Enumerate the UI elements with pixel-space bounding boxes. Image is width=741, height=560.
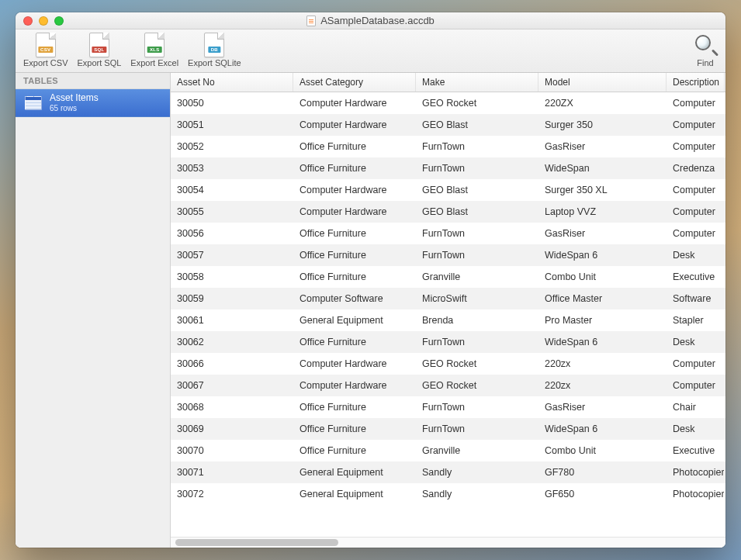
xls-file-icon: XLS — [144, 33, 164, 57]
column-header[interactable]: Model — [538, 73, 667, 92]
table-row[interactable]: 30070Office FurnitureGranvilleCombo Unit… — [171, 440, 725, 461]
table-row[interactable]: 30062Office FurnitureFurnTownWideSpan 6D… — [171, 331, 725, 353]
table-row[interactable]: 30068Office FurnitureFurnTownGasRiserCha… — [171, 396, 725, 418]
export-csv-button[interactable]: CSV Export CSV — [20, 30, 71, 69]
table-cell: WideSpan — [538, 157, 667, 179]
table-row[interactable]: 30058Office FurnitureGranvilleCombo Unit… — [171, 266, 725, 288]
toolbar: CSV Export CSV SQL Export SQL XLS Export… — [16, 29, 725, 73]
table-cell: 30066 — [171, 353, 293, 375]
sql-file-icon: SQL — [89, 33, 109, 57]
table-row[interactable]: 30050Computer HardwareGEO Rocket220ZXCom… — [171, 92, 725, 114]
table-cell: Desk — [667, 244, 725, 266]
table-row[interactable]: 30055Computer HardwareGEO BlastLaptop VV… — [171, 201, 725, 223]
table-cell: GF780 — [538, 461, 667, 483]
column-header[interactable]: Make — [416, 73, 538, 92]
table-cell: 30051 — [171, 114, 293, 136]
export-sql-button[interactable]: SQL Export SQL — [74, 30, 124, 69]
table-body[interactable]: 30050Computer HardwareGEO Rocket220ZXCom… — [171, 92, 725, 537]
table-cell: Computer Software — [293, 288, 416, 309]
table-cell: WideSpan 6 — [538, 418, 667, 440]
table-cell: GEO Rocket — [416, 353, 538, 375]
table-cell: Granville — [416, 266, 538, 288]
table-cell: MicroSwift — [416, 288, 538, 309]
table-cell: 30053 — [171, 157, 293, 179]
table-row[interactable]: 30071General EquipmentSandlyGF780Photoco… — [171, 461, 725, 483]
table-cell: 30056 — [171, 223, 293, 244]
table-cell: GF650 — [538, 483, 667, 505]
table-cell: 30057 — [171, 244, 293, 266]
table-cell: Chair — [667, 396, 725, 418]
sidebar-item-asset-items[interactable]: Asset Items 65 rows — [16, 89, 170, 117]
horizontal-scrollbar[interactable] — [171, 537, 725, 548]
table-cell: GasRiser — [538, 223, 667, 244]
table-cell: Software — [667, 288, 725, 309]
table-cell: Office Furniture — [293, 440, 416, 461]
table-cell: Computer — [667, 223, 725, 244]
table-cell: 30059 — [171, 288, 293, 309]
scrollbar-thumb[interactable] — [175, 539, 338, 546]
table-cell: Photocopier — [667, 461, 725, 483]
table-cell: General Equipment — [293, 309, 416, 331]
table-cell: 30050 — [171, 92, 293, 114]
find-button[interactable]: Find — [690, 30, 721, 69]
table-row[interactable]: 30059Computer SoftwareMicroSwiftOffice M… — [171, 288, 725, 309]
table-cell: 30067 — [171, 375, 293, 396]
table-row[interactable]: 30054Computer HardwareGEO BlastSurger 35… — [171, 179, 725, 201]
export-excel-button[interactable]: XLS Export Excel — [127, 30, 182, 69]
export-sqlite-button[interactable]: DB Export SQLite — [185, 30, 244, 69]
table-cell: Combo Unit — [538, 266, 667, 288]
table-cell: Computer Hardware — [293, 375, 416, 396]
sidebar: TABLES Asset Items 65 rows — [16, 73, 171, 548]
window-title: ASampleDatabase.accdb — [16, 15, 725, 26]
table-cell: GEO Rocket — [416, 375, 538, 396]
table-row[interactable]: 30057Office FurnitureFurnTownWideSpan 6D… — [171, 244, 725, 266]
table-cell: General Equipment — [293, 461, 416, 483]
table-cell: Computer — [667, 179, 725, 201]
table-row[interactable]: 30069Office FurnitureFurnTownWideSpan 6D… — [171, 418, 725, 440]
find-label: Find — [697, 58, 713, 67]
table-row[interactable]: 30051Computer HardwareGEO BlastSurger 35… — [171, 114, 725, 136]
column-header[interactable]: Asset No — [171, 73, 293, 92]
export-csv-label: Export CSV — [23, 58, 68, 67]
table-row[interactable]: 30067Computer HardwareGEO Rocket220zxCom… — [171, 375, 725, 396]
table-cell: 30068 — [171, 396, 293, 418]
table-row[interactable]: 30056Office FurnitureFurnTownGasRiserCom… — [171, 223, 725, 244]
table-cell: FurnTown — [416, 396, 538, 418]
table-cell: Stapler — [667, 309, 725, 331]
table-row[interactable]: 30052Office FurnitureFurnTownGasRiserCom… — [171, 136, 725, 157]
column-header[interactable]: Asset Category — [293, 73, 416, 92]
table-row[interactable]: 30053Office FurnitureFurnTownWideSpanCre… — [171, 157, 725, 179]
table-cell: Office Furniture — [293, 396, 416, 418]
table-cell: Office Furniture — [293, 244, 416, 266]
table-cell: 220zx — [538, 375, 667, 396]
table-cell: Surger 350 XL — [538, 179, 667, 201]
table-cell: GEO Blast — [416, 179, 538, 201]
table-cell: WideSpan 6 — [538, 331, 667, 353]
table-cell: Sandly — [416, 461, 538, 483]
table-cell: FurnTown — [416, 418, 538, 440]
table-cell: GEO Rocket — [416, 92, 538, 114]
table-cell: Computer — [667, 353, 725, 375]
titlebar[interactable]: ASampleDatabase.accdb — [16, 12, 725, 29]
table-cell: Computer Hardware — [293, 179, 416, 201]
table-cell: GasRiser — [538, 136, 667, 157]
table-cell: FurnTown — [416, 223, 538, 244]
table-cell: Desk — [667, 331, 725, 353]
sidebar-heading: TABLES — [16, 73, 170, 89]
table-row[interactable]: 30066Computer HardwareGEO Rocket220zxCom… — [171, 353, 725, 375]
table-row[interactable]: 30072General EquipmentSandlyGF650Photoco… — [171, 483, 725, 505]
table-cell: Executive — [667, 440, 725, 461]
table-row[interactable]: 30061General EquipmentBrendaPro MasterSt… — [171, 309, 725, 331]
table-cell: Combo Unit — [538, 440, 667, 461]
table-cell: Computer — [667, 136, 725, 157]
column-header[interactable]: Description — [667, 73, 725, 92]
table-header: Asset No Asset Category Make Model Descr… — [171, 73, 725, 92]
table-cell: GEO Blast — [416, 114, 538, 136]
export-excel-label: Export Excel — [130, 58, 178, 67]
content-area: TABLES Asset Items 65 rows Asset No Asse… — [16, 73, 725, 548]
table-cell: Computer — [667, 114, 725, 136]
table-cell: Granville — [416, 440, 538, 461]
table-cell: WideSpan 6 — [538, 244, 667, 266]
table-cell: Executive — [667, 266, 725, 288]
table-cell: Office Furniture — [293, 136, 416, 157]
